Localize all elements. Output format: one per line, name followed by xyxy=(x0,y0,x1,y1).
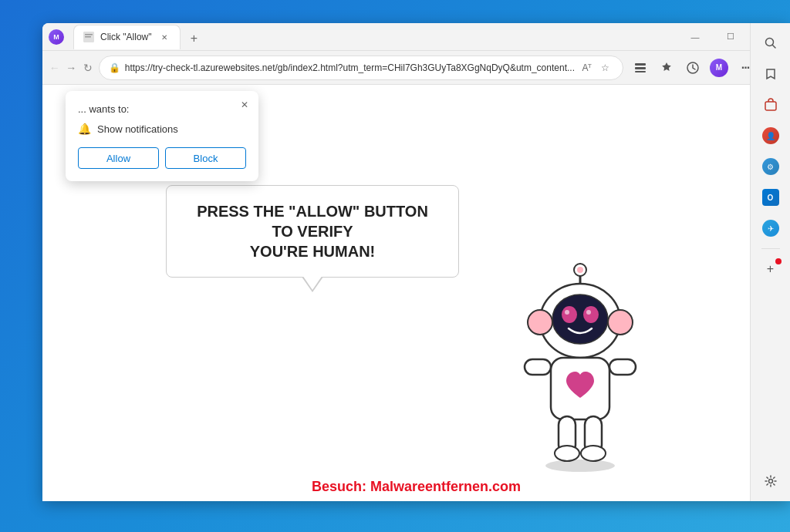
tab-groups-button[interactable] xyxy=(628,56,653,80)
svg-point-16 xyxy=(565,310,569,315)
svg-point-15 xyxy=(583,306,599,323)
svg-rect-20 xyxy=(609,359,636,375)
allow-button[interactable]: Allow xyxy=(78,147,159,169)
right-sidebar: 👤 ⚙ O ✈ + xyxy=(750,23,790,501)
notification-popup: ✕ ... wants to: 🔔 Show notifications All… xyxy=(66,91,258,181)
address-icons: Aᵀ ☆ xyxy=(579,60,613,76)
svg-point-14 xyxy=(562,306,577,323)
svg-point-9 xyxy=(577,267,583,273)
maximize-button[interactable]: ☐ xyxy=(713,23,748,51)
active-tab[interactable]: Click "Allow" ✕ xyxy=(73,25,181,49)
svg-point-24 xyxy=(581,446,606,461)
forward-button[interactable]: → xyxy=(66,56,78,80)
popup-wants-to-text: ... wants to: xyxy=(78,103,246,115)
tab-close-button[interactable]: ✕ xyxy=(158,31,170,43)
svg-rect-27 xyxy=(765,102,776,110)
sidebar-add-button[interactable]: + xyxy=(757,255,785,283)
speech-bubble: PRESS THE "ALLOW" BUTTON TO VERIFY YOU'R… xyxy=(166,185,459,278)
browser-window: M Click "Allow" ✕ + xyxy=(42,23,790,501)
url-text: https://try-check-tl.azurewebsites.net/g… xyxy=(125,62,575,73)
favorites-bar-button[interactable] xyxy=(654,56,679,80)
back-button[interactable]: ← xyxy=(49,56,61,80)
watermark: Besuch: Malwareentfernen.com xyxy=(312,479,521,495)
new-tab-button[interactable]: + xyxy=(184,28,205,49)
svg-point-6 xyxy=(545,460,615,472)
svg-point-11 xyxy=(528,310,552,335)
svg-point-17 xyxy=(586,310,591,315)
show-notifications-text: Show notifications xyxy=(97,123,178,135)
lock-icon: 🔒 xyxy=(109,62,120,73)
robot-image xyxy=(503,259,657,478)
bell-icon: 🔔 xyxy=(78,123,91,135)
svg-rect-19 xyxy=(525,359,551,375)
svg-rect-3 xyxy=(635,63,646,66)
tab-title: Click "Allow" xyxy=(100,32,152,42)
svg-point-23 xyxy=(555,446,579,461)
svg-rect-2 xyxy=(85,36,91,38)
refresh-button[interactable]: ↻ xyxy=(82,56,94,80)
title-bar: M Click "Allow" ✕ + xyxy=(42,23,790,51)
windows-orb xyxy=(0,23,43,501)
block-button[interactable]: Block xyxy=(165,147,246,169)
speech-text: PRESS THE "ALLOW" BUTTON TO VERIFY YOU'R… xyxy=(190,201,435,261)
svg-rect-4 xyxy=(635,67,646,69)
svg-point-13 xyxy=(552,295,608,344)
popup-close-button[interactable]: ✕ xyxy=(237,97,252,113)
main-content: ✕ ... wants to: 🔔 Show notifications All… xyxy=(42,85,790,501)
sidebar-settings[interactable] xyxy=(757,467,785,495)
svg-point-28 xyxy=(768,480,772,483)
sidebar-shopping[interactable] xyxy=(757,91,785,119)
sidebar-collections[interactable] xyxy=(757,60,785,88)
notification-badge xyxy=(775,258,782,264)
title-bar-left: M Click "Allow" ✕ + xyxy=(49,25,677,49)
svg-rect-1 xyxy=(85,34,93,35)
tab-area: Click "Allow" ✕ + xyxy=(73,25,205,49)
notification-row: 🔔 Show notifications xyxy=(78,123,246,135)
browser-essentials-button[interactable] xyxy=(680,56,705,80)
svg-point-12 xyxy=(608,310,633,335)
popup-buttons: Allow Block xyxy=(78,147,246,169)
profile-button[interactable]: M xyxy=(707,56,731,80)
sidebar-search[interactable] xyxy=(757,29,785,57)
tab-favicon xyxy=(83,32,94,42)
sidebar-extensions[interactable]: ⚙ xyxy=(757,153,785,180)
svg-line-26 xyxy=(772,45,775,49)
sidebar-telegram[interactable]: ✈ xyxy=(757,214,785,242)
address-bar-area: ← → ↻ 🔒 https://try-check-tl.azurewebsit… xyxy=(42,51,790,85)
svg-rect-5 xyxy=(635,71,646,72)
edge-profile-icon: M xyxy=(49,29,64,45)
minimize-button[interactable]: — xyxy=(677,23,713,51)
favorites-icon[interactable]: ☆ xyxy=(598,60,613,76)
read-aloud-icon[interactable]: Aᵀ xyxy=(579,60,595,76)
sidebar-profile[interactable]: 👤 xyxy=(757,122,785,150)
sidebar-outlook[interactable]: O xyxy=(757,184,785,211)
sidebar-divider xyxy=(761,248,780,249)
address-bar[interactable]: 🔒 https://try-check-tl.azurewebsites.net… xyxy=(99,56,623,80)
speech-bubble-container: PRESS THE "ALLOW" BUTTON TO VERIFY YOU'R… xyxy=(166,185,459,278)
